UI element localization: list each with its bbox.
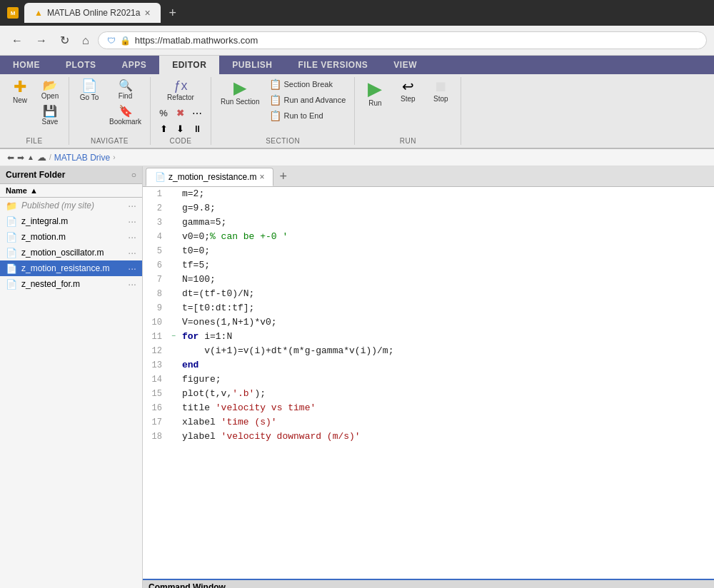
folder-item-dots[interactable]: ··· bbox=[128, 263, 136, 274]
run-lines-btn[interactable]: ⋯ bbox=[189, 106, 205, 121]
tab-file-versions[interactable]: FILE VERSIONS bbox=[286, 56, 381, 74]
add-editor-tab-button[interactable]: + bbox=[275, 169, 291, 184]
new-button[interactable]: ✚ New bbox=[6, 77, 34, 106]
open-button[interactable]: 📂 Open bbox=[37, 77, 63, 101]
editor-content[interactable]: 1 m=2; 2 g=9.8; 3 gamma=5; 4 v0=0;% can … bbox=[143, 187, 714, 579]
folder-panel-close-icon[interactable]: ○ bbox=[131, 170, 136, 180]
m-file-icon: 📄 bbox=[6, 232, 17, 243]
folder-item-motion[interactable]: 📄 z_motion.m ··· bbox=[0, 229, 142, 245]
line-code-8: dt=(tf-t0)/N; bbox=[179, 287, 254, 301]
browser-nav-bar: ← → ↻ ⌂ 🛡 🔒 https://matlab.mathworks.com bbox=[0, 26, 714, 56]
goto-icon: 📄 bbox=[81, 79, 97, 92]
folder-item-dots[interactable]: ··· bbox=[128, 200, 136, 211]
bookmark-button[interactable]: 🔖 Bookmark bbox=[106, 103, 144, 127]
find-button[interactable]: 🔍 Find bbox=[106, 77, 144, 101]
code-group-label: CODE bbox=[170, 137, 192, 145]
folder-item-dots[interactable]: ··· bbox=[128, 247, 136, 258]
line-code-4: v0=0;% can be +-0 ' bbox=[179, 230, 288, 244]
bookmark-icon: 🔖 bbox=[119, 104, 133, 118]
section-break-icon: 📋 bbox=[269, 78, 281, 90]
section-group: ▶ Run Section 📋 Section Break 📋 Run and … bbox=[211, 77, 355, 145]
line-code-18: ylabel 'velocity downward (m/s)' bbox=[179, 430, 361, 444]
save-button[interactable]: 💾 Save bbox=[37, 103, 63, 127]
run-section-button[interactable]: ▶ Run Section bbox=[217, 77, 263, 108]
run-button[interactable]: ▶ Run bbox=[361, 77, 389, 109]
step-button[interactable]: ↩ Step bbox=[393, 77, 422, 105]
line-code-1: m=2; bbox=[179, 187, 204, 201]
line-num-9: 9 bbox=[143, 301, 168, 315]
new-tab-button[interactable]: + bbox=[169, 6, 177, 21]
editor-tab-resistance[interactable]: 📄 z_motion_resistance.m × bbox=[146, 168, 273, 186]
folder-panel: Current Folder ○ Name ▲ 📁 Published (my … bbox=[0, 166, 143, 588]
folder-item-dots[interactable]: ··· bbox=[128, 216, 136, 227]
save-icon: 💾 bbox=[43, 104, 57, 118]
file-group-content: ✚ New 📂 Open 💾 Save bbox=[6, 77, 63, 136]
breadcrumb-drive[interactable]: MATLAB Drive bbox=[54, 153, 110, 163]
line-num-16: 16 bbox=[143, 401, 168, 415]
new-icon: ✚ bbox=[14, 79, 26, 95]
format-btn[interactable]: ✖ bbox=[173, 106, 187, 121]
folder-item-integral[interactable]: 📄 z_integral.m ··· bbox=[0, 213, 142, 229]
line-num-13: 13 bbox=[143, 358, 168, 372]
code-line-3: 3 gamma=5; bbox=[143, 216, 714, 230]
run-advance-icon: 📋 bbox=[269, 94, 281, 106]
folder-item-dots[interactable]: ··· bbox=[128, 231, 136, 243]
refresh-button[interactable]: ↻ bbox=[56, 31, 74, 50]
breadcrumb: ⬅ ➡ ▲ ☁ / MATLAB Drive › bbox=[0, 149, 714, 166]
folder-icon: 📁 bbox=[6, 201, 17, 211]
folder-item-nested[interactable]: 📄 z_nested_for.m ··· bbox=[0, 276, 142, 292]
goto-button[interactable]: 📄 Go To bbox=[75, 77, 104, 103]
tab-view[interactable]: VIEW bbox=[381, 56, 430, 74]
folder-item-name: z_motion.m bbox=[21, 232, 124, 242]
tab-home[interactable]: HOME bbox=[0, 56, 53, 74]
line-code-6: tf=5; bbox=[179, 258, 210, 273]
breakpoint-btn[interactable]: ⏸ bbox=[190, 122, 205, 136]
url-text: https://matlab.mathworks.com bbox=[135, 35, 258, 46]
back-button[interactable]: ← bbox=[7, 31, 27, 50]
stop-button[interactable]: ⏹ Stop bbox=[426, 77, 455, 105]
run-buttons: ▶ Run ↩ Step ⏹ Stop bbox=[361, 77, 455, 109]
browser-tab-close[interactable]: × bbox=[144, 7, 150, 19]
code-line-11: 11 − for i=1:N bbox=[143, 330, 714, 344]
refactor-button[interactable]: ƒx Refactor bbox=[164, 77, 198, 103]
folder-item-name: z_motion_oscillator.m bbox=[21, 248, 124, 258]
folder-item-resistance[interactable]: 📄 z_motion_resistance.m ··· bbox=[0, 260, 142, 276]
folder-item-name: z_nested_for.m bbox=[21, 279, 124, 289]
line-num-14: 14 bbox=[143, 372, 168, 387]
tab-apps[interactable]: APPS bbox=[109, 56, 160, 74]
code-line-2: 2 g=9.8; bbox=[143, 201, 714, 216]
command-window-header: Command Window bbox=[143, 580, 714, 588]
run-end-icon: 📋 bbox=[269, 110, 281, 121]
folder-item-published[interactable]: 📁 Published (my site) ··· bbox=[0, 198, 142, 213]
run-icon: ▶ bbox=[368, 79, 382, 98]
breadcrumb-sep1: / bbox=[49, 153, 51, 161]
folder-item-dots[interactable]: ··· bbox=[128, 278, 136, 290]
folder-item-oscillator[interactable]: 📄 z_motion_oscillator.m ··· bbox=[0, 245, 142, 260]
run-end-item[interactable]: 📋 Run to End bbox=[266, 108, 326, 123]
editor-tab-icon: 📄 bbox=[155, 172, 166, 182]
line-code-15: plot(t,v,'.b'); bbox=[179, 387, 266, 401]
editor-tab-close[interactable]: × bbox=[259, 172, 264, 182]
line-code-14: figure; bbox=[179, 372, 221, 387]
code-line-1: 1 m=2; bbox=[143, 187, 714, 201]
indent-btn[interactable]: ⬆ bbox=[157, 122, 171, 136]
code-line-13: 13 end bbox=[143, 358, 714, 372]
forward-button[interactable]: → bbox=[31, 31, 51, 50]
percent-btn[interactable]: % bbox=[156, 106, 171, 121]
line-num-8: 8 bbox=[143, 287, 168, 301]
line-code-16: title 'velocity vs time' bbox=[179, 401, 316, 415]
line-code-9: t=[t0:dt:tf]; bbox=[179, 301, 254, 315]
tab-plots[interactable]: PLOTS bbox=[53, 56, 109, 74]
browser-tab[interactable]: ▲ MATLAB Online R2021a × bbox=[24, 3, 161, 23]
outdent-btn[interactable]: ⬇ bbox=[174, 122, 188, 136]
url-bar[interactable]: 🛡 🔒 https://matlab.mathworks.com bbox=[98, 31, 707, 49]
browser-tab-title: MATLAB Online R2021a bbox=[47, 8, 141, 18]
section-break-label: Section Break bbox=[284, 80, 333, 88]
tab-editor[interactable]: EDITOR bbox=[159, 56, 219, 74]
tab-publish[interactable]: PUBLISH bbox=[219, 56, 285, 74]
line-num-1: 1 bbox=[143, 187, 168, 201]
run-group: ▶ Run ↩ Step ⏹ Stop RUN bbox=[355, 77, 461, 145]
section-break-item[interactable]: 📋 Section Break bbox=[266, 77, 336, 91]
home-button[interactable]: ⌂ bbox=[78, 31, 94, 50]
run-advance-item[interactable]: 📋 Run and Advance bbox=[266, 93, 349, 107]
